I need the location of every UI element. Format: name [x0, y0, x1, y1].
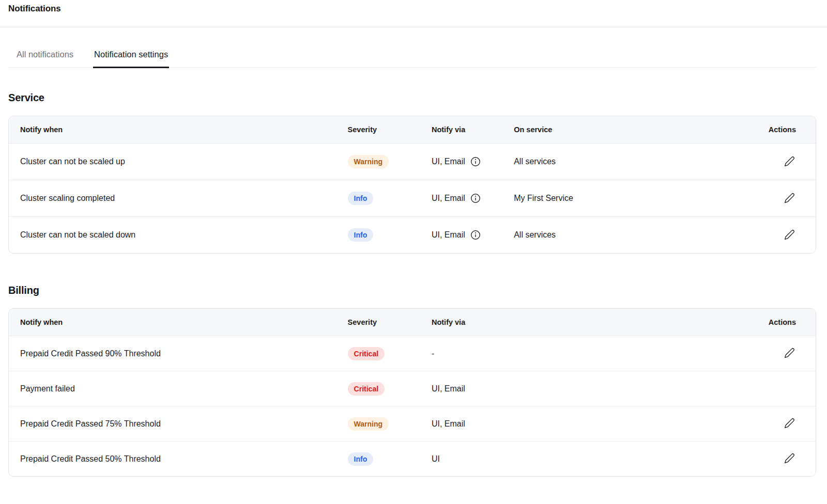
- notify-when-cell: Prepaid Credit Passed 50% Threshold: [9, 441, 348, 476]
- on-service-cell: All services: [514, 216, 754, 253]
- pencil-icon: [784, 348, 795, 358]
- info-icon[interactable]: [470, 156, 481, 167]
- notify-when-cell: Cluster can not be scaled down: [9, 216, 348, 253]
- table-row: Cluster scaling completed Info UI, Email…: [9, 180, 816, 216]
- table-row: Payment failed Critical UI, Email: [9, 371, 816, 406]
- on-service-cell: All services: [514, 143, 754, 180]
- severity-badge: Info: [348, 452, 374, 466]
- column-header-notify-via: Notify via: [432, 309, 754, 336]
- notify-via-value: -: [432, 336, 754, 371]
- info-icon[interactable]: [470, 193, 481, 203]
- table-row: Cluster can not be scaled down Info UI, …: [9, 216, 816, 253]
- notify-via-value: UI, Email: [432, 194, 465, 203]
- severity-badge: Info: [348, 228, 374, 242]
- edit-button[interactable]: [783, 228, 796, 241]
- page-title: Notifications: [8, 4, 819, 14]
- column-header-severity: Severity: [348, 309, 432, 336]
- section-heading-billing: Billing: [8, 285, 819, 296]
- section-heading-service: Service: [8, 92, 819, 104]
- notify-when-cell: Cluster can not be scaled up: [9, 143, 348, 180]
- notify-via-value: UI, Email: [432, 406, 754, 441]
- pencil-icon: [784, 156, 795, 167]
- tab-notification-settings[interactable]: Notification settings: [93, 50, 169, 67]
- column-header-on-service: On service: [514, 116, 754, 143]
- table-row: Prepaid Credit Passed 50% Threshold Info…: [9, 441, 816, 476]
- notify-when-cell: Cluster scaling completed: [9, 180, 348, 216]
- edit-button[interactable]: [783, 192, 796, 204]
- severity-badge: Critical: [348, 382, 385, 396]
- column-header-actions: Actions: [754, 116, 816, 143]
- pencil-icon: [784, 193, 795, 203]
- notify-when-cell: Prepaid Credit Passed 90% Threshold: [9, 336, 348, 371]
- tabs-bar: All notifications Notification settings: [8, 27, 816, 68]
- service-table: Notify when Severity Notify via On servi…: [9, 116, 816, 253]
- billing-header-row: Notify when Severity Notify via Actions: [9, 309, 816, 336]
- column-header-notify-via: Notify via: [432, 116, 514, 143]
- table-row: Prepaid Credit Passed 90% Threshold Crit…: [9, 336, 816, 371]
- notify-when-cell: Prepaid Credit Passed 75% Threshold: [9, 406, 348, 441]
- on-service-cell: My First Service: [514, 180, 754, 216]
- severity-badge: Warning: [348, 417, 389, 431]
- notify-via-value: UI, Email: [432, 157, 465, 166]
- actions-cell-empty: [754, 371, 816, 406]
- notify-via-value: UI, Email: [432, 371, 754, 406]
- severity-badge: Critical: [348, 347, 385, 360]
- tab-all-notifications[interactable]: All notifications: [16, 50, 74, 67]
- notify-when-cell: Payment failed: [9, 371, 348, 406]
- service-table-card: Notify when Severity Notify via On servi…: [8, 116, 816, 254]
- billing-table-card: Notify when Severity Notify via Actions …: [8, 308, 816, 477]
- severity-badge: Info: [348, 192, 374, 205]
- column-header-severity: Severity: [348, 116, 432, 143]
- column-header-notify-when: Notify when: [9, 309, 348, 336]
- pencil-icon: [784, 418, 795, 429]
- severity-badge: Warning: [348, 155, 389, 168]
- column-header-notify-when: Notify when: [9, 116, 348, 143]
- edit-button[interactable]: [783, 346, 796, 359]
- pencil-icon: [784, 229, 795, 240]
- page-header: Notifications: [0, 0, 827, 27]
- notify-via-value: UI, Email: [432, 230, 465, 240]
- edit-button[interactable]: [783, 452, 796, 465]
- column-header-actions: Actions: [754, 309, 816, 336]
- table-row: Cluster can not be scaled up Warning UI,…: [9, 143, 816, 180]
- pencil-icon: [784, 453, 795, 464]
- edit-button[interactable]: [783, 155, 796, 168]
- billing-table: Notify when Severity Notify via Actions …: [9, 309, 816, 476]
- info-icon[interactable]: [470, 230, 481, 240]
- service-header-row: Notify when Severity Notify via On servi…: [9, 116, 816, 143]
- edit-button[interactable]: [783, 417, 796, 430]
- table-row: Prepaid Credit Passed 75% Threshold Warn…: [9, 406, 816, 441]
- notify-via-value: UI: [432, 441, 754, 476]
